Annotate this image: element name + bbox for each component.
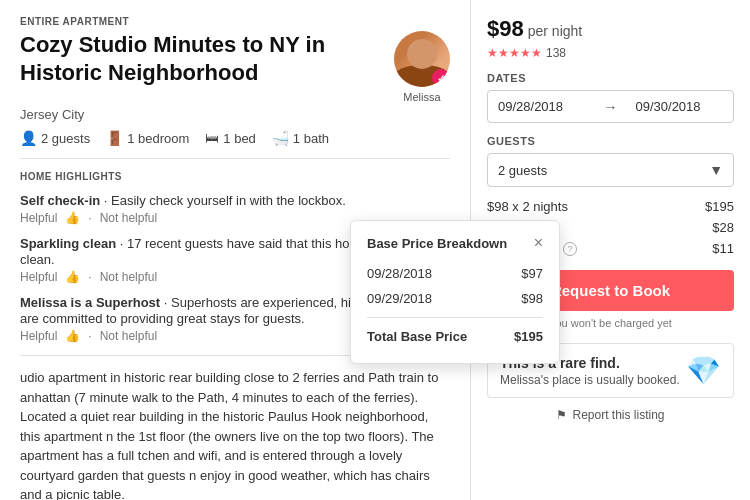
highlights-label: HOME HIGHLIGHTS <box>20 171 450 182</box>
guests-field-label: Guests <box>487 135 734 147</box>
meta-bath: 🛁 1 bath <box>272 130 329 146</box>
guests-icon: 👤 <box>20 130 37 146</box>
thumbs-up-icon-1: 👍 <box>65 211 80 225</box>
price-row: $98 per night <box>487 16 734 42</box>
meta-guests: 👤 2 guests <box>20 130 90 146</box>
price-amount: $98 <box>487 16 524 42</box>
popup-price-2: $98 <box>521 291 543 306</box>
meta-guests-label: 2 guests <box>41 131 90 146</box>
not-helpful-label-3[interactable]: Not helpful <box>100 329 157 343</box>
meta-bath-label: 1 bath <box>293 131 329 146</box>
cost-nights-value: $195 <box>705 199 734 214</box>
guests-value: 2 guests <box>498 163 547 178</box>
rare-find-sub: Melissa's place is usually booked. <box>500 373 680 387</box>
highlight-desc-1: · Easily check yourself in with the lock… <box>100 193 346 208</box>
gem-icon: 💎 <box>686 354 721 387</box>
date-row[interactable]: 09/28/2018 → 09/30/2018 <box>487 90 734 123</box>
not-helpful-label-1[interactable]: Not helpful <box>100 211 157 225</box>
meta-row: 👤 2 guests 🚪 1 bedroom 🛏 1 bed 🛁 1 bath <box>20 130 450 146</box>
popup-price-1: $97 <box>521 266 543 281</box>
title-row: Cozy Studio Minutes to NY in Historic Ne… <box>20 31 450 103</box>
cost-row-nights: $98 x 2 nights $195 <box>487 199 734 214</box>
avatar-face <box>407 39 437 69</box>
dates-label: Dates <box>487 72 734 84</box>
popup-total-label: Total Base Price <box>367 329 467 344</box>
report-listing-row[interactable]: ⚑ Report this listing <box>487 408 734 422</box>
divider-1 <box>20 158 450 159</box>
helpful-text-3[interactable]: Helpful <box>20 329 57 343</box>
date-arrow: → <box>596 99 626 115</box>
guests-selector[interactable]: 2 guests ▼ <box>487 153 734 187</box>
meta-bed: 🛏 1 bed <box>205 130 256 146</box>
thumbs-up-icon-3: 👍 <box>65 329 80 343</box>
bath-icon: 🛁 <box>272 130 289 146</box>
meta-bedroom: 🚪 1 bedroom <box>106 130 189 146</box>
listing-type: ENTIRE APARTMENT <box>20 16 450 27</box>
popup-row-2: 09/29/2018 $98 <box>367 286 543 311</box>
listing-location: Jersey City <box>20 107 450 122</box>
cost-cleaning-value: $28 <box>712 220 734 235</box>
popup-date-1: 09/28/2018 <box>367 266 432 281</box>
helpful-text-2[interactable]: Helpful <box>20 270 57 284</box>
report-label[interactable]: Report this listing <box>572 408 664 422</box>
popup-header: Base Price Breakdown × <box>367 235 543 251</box>
not-helpful-sep-3: · <box>88 329 91 343</box>
bed-icon: 🛏 <box>205 130 219 146</box>
popup-row-1: 09/28/2018 $97 <box>367 261 543 286</box>
flag-icon: ⚑ <box>556 408 567 422</box>
star-rating: ★★★★★ <box>487 46 542 60</box>
listing-title: Cozy Studio Minutes to NY in Historic Ne… <box>20 31 350 86</box>
meta-bed-label: 1 bed <box>223 131 256 146</box>
cost-nights-label: $98 x 2 nights <box>487 199 568 214</box>
main-layout: ENTIRE APARTMENT Cozy Studio Minutes to … <box>0 0 750 500</box>
popup-close-button[interactable]: × <box>534 235 543 251</box>
meta-bedroom-label: 1 bedroom <box>127 131 189 146</box>
listing-description: udio apartment in historic rear building… <box>20 368 450 500</box>
avatar <box>394 31 450 87</box>
chevron-down-icon: ▼ <box>709 162 723 178</box>
helpful-text-1[interactable]: Helpful <box>20 211 57 225</box>
popup-divider <box>367 317 543 318</box>
not-helpful-label-2[interactable]: Not helpful <box>100 270 157 284</box>
highlight-title-3: Melissa is a Superhost <box>20 295 160 310</box>
popup-date-2: 09/29/2018 <box>367 291 432 306</box>
highlight-title-1: Self check-in <box>20 193 100 208</box>
bedroom-icon: 🚪 <box>106 130 123 146</box>
not-helpful-sep-2: · <box>88 270 91 284</box>
host-name: Melissa <box>403 91 440 103</box>
review-count: 138 <box>546 46 566 60</box>
not-helpful-text-1: · <box>88 211 91 225</box>
check-in-date[interactable]: 09/28/2018 <box>488 91 596 122</box>
superhost-badge <box>432 69 450 87</box>
cost-service-value: $11 <box>712 241 734 256</box>
highlight-title-2: Sparkling clean <box>20 236 116 251</box>
info-icon[interactable]: ? <box>563 242 577 256</box>
price-per-night: per night <box>528 23 582 39</box>
popup-title: Base Price Breakdown <box>367 236 507 251</box>
popup-total-value: $195 <box>514 329 543 344</box>
check-out-date[interactable]: 09/30/2018 <box>626 91 734 122</box>
host-avatar-block: Melissa <box>394 31 450 103</box>
thumbs-up-icon-2: 👍 <box>65 270 80 284</box>
price-breakdown-popup: Base Price Breakdown × 09/28/2018 $97 09… <box>350 220 560 364</box>
popup-total-row: Total Base Price $195 <box>367 324 543 349</box>
stars-row: ★★★★★ 138 <box>487 46 734 60</box>
